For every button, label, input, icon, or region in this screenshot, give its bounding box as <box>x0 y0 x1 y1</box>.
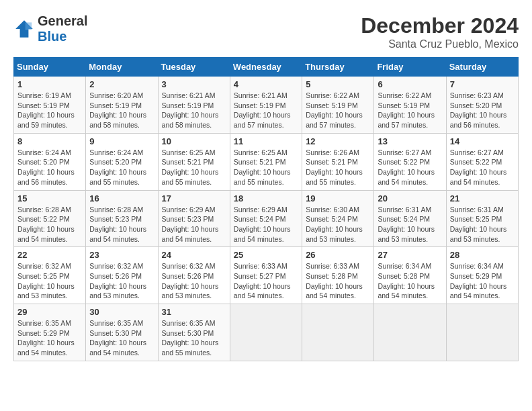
day-cell: 6Sunrise: 6:22 AM Sunset: 5:19 PM Daylig… <box>374 77 446 134</box>
day-number: 27 <box>378 250 442 260</box>
day-number: 9 <box>89 136 154 146</box>
col-header-friday: Friday <box>374 58 446 77</box>
logo: General Blue <box>13 13 87 44</box>
day-info: Sunrise: 6:25 AM Sunset: 5:21 PM Dayligh… <box>162 148 226 187</box>
day-cell: 3Sunrise: 6:21 AM Sunset: 5:19 PM Daylig… <box>158 77 230 134</box>
day-number: 23 <box>89 250 154 260</box>
day-cell: 28Sunrise: 6:34 AM Sunset: 5:29 PM Dayli… <box>446 247 518 304</box>
day-cell: 27Sunrise: 6:34 AM Sunset: 5:28 PM Dayli… <box>374 247 446 304</box>
day-number: 3 <box>162 79 226 89</box>
day-cell: 16Sunrise: 6:28 AM Sunset: 5:23 PM Dayli… <box>86 190 158 247</box>
day-info: Sunrise: 6:27 AM Sunset: 5:22 PM Dayligh… <box>450 148 515 187</box>
day-cell: 2Sunrise: 6:20 AM Sunset: 5:19 PM Daylig… <box>86 77 158 134</box>
month-title: December 2024 <box>361 13 519 38</box>
day-info: Sunrise: 6:27 AM Sunset: 5:22 PM Dayligh… <box>378 148 442 187</box>
day-info: Sunrise: 6:22 AM Sunset: 5:19 PM Dayligh… <box>378 91 442 130</box>
location: Santa Cruz Pueblo, Mexico <box>361 38 519 50</box>
day-number: 21 <box>450 193 515 203</box>
day-info: Sunrise: 6:30 AM Sunset: 5:24 PM Dayligh… <box>306 205 370 244</box>
day-cell: 25Sunrise: 6:33 AM Sunset: 5:27 PM Dayli… <box>230 247 302 304</box>
week-row-2: 8Sunrise: 6:24 AM Sunset: 5:20 PM Daylig… <box>14 133 519 190</box>
day-cell: 8Sunrise: 6:24 AM Sunset: 5:20 PM Daylig… <box>14 133 86 190</box>
day-cell: 26Sunrise: 6:33 AM Sunset: 5:28 PM Dayli… <box>302 247 374 304</box>
day-cell <box>446 304 518 361</box>
day-number: 13 <box>378 136 442 146</box>
day-cell: 4Sunrise: 6:21 AM Sunset: 5:19 PM Daylig… <box>230 77 302 134</box>
day-cell: 14Sunrise: 6:27 AM Sunset: 5:22 PM Dayli… <box>446 133 518 190</box>
day-cell: 13Sunrise: 6:27 AM Sunset: 5:22 PM Dayli… <box>374 133 446 190</box>
day-cell: 18Sunrise: 6:29 AM Sunset: 5:24 PM Dayli… <box>230 190 302 247</box>
col-header-saturday: Saturday <box>446 58 518 77</box>
day-cell: 17Sunrise: 6:29 AM Sunset: 5:23 PM Dayli… <box>158 190 230 247</box>
day-cell: 1Sunrise: 6:19 AM Sunset: 5:19 PM Daylig… <box>14 77 86 134</box>
day-number: 10 <box>162 136 226 146</box>
day-cell <box>230 304 302 361</box>
day-info: Sunrise: 6:25 AM Sunset: 5:21 PM Dayligh… <box>234 148 298 187</box>
day-info: Sunrise: 6:28 AM Sunset: 5:22 PM Dayligh… <box>17 205 82 244</box>
day-number: 11 <box>234 136 298 146</box>
day-info: Sunrise: 6:21 AM Sunset: 5:19 PM Dayligh… <box>162 91 226 130</box>
day-info: Sunrise: 6:20 AM Sunset: 5:19 PM Dayligh… <box>89 91 154 130</box>
title-block: December 2024 Santa Cruz Pueblo, Mexico <box>361 13 519 50</box>
day-info: Sunrise: 6:33 AM Sunset: 5:28 PM Dayligh… <box>306 261 370 301</box>
day-info: Sunrise: 6:35 AM Sunset: 5:30 PM Dayligh… <box>89 318 154 358</box>
day-number: 17 <box>162 193 226 203</box>
day-info: Sunrise: 6:33 AM Sunset: 5:27 PM Dayligh… <box>234 261 298 301</box>
day-number: 22 <box>17 250 82 260</box>
day-info: Sunrise: 6:26 AM Sunset: 5:21 PM Dayligh… <box>306 148 370 187</box>
week-row-5: 29Sunrise: 6:35 AM Sunset: 5:29 PM Dayli… <box>14 304 519 361</box>
logo-icon <box>13 18 35 40</box>
day-number: 1 <box>17 79 82 89</box>
day-info: Sunrise: 6:29 AM Sunset: 5:24 PM Dayligh… <box>234 205 298 244</box>
day-cell: 22Sunrise: 6:32 AM Sunset: 5:25 PM Dayli… <box>14 247 86 304</box>
day-cell: 31Sunrise: 6:35 AM Sunset: 5:30 PM Dayli… <box>158 304 230 361</box>
day-info: Sunrise: 6:35 AM Sunset: 5:30 PM Dayligh… <box>162 318 226 358</box>
day-number: 16 <box>89 193 154 203</box>
header-row: SundayMondayTuesdayWednesdayThursdayFrid… <box>14 58 519 77</box>
col-header-wednesday: Wednesday <box>230 58 302 77</box>
day-number: 15 <box>17 193 82 203</box>
day-number: 4 <box>234 79 298 89</box>
day-info: Sunrise: 6:23 AM Sunset: 5:20 PM Dayligh… <box>450 91 515 130</box>
day-number: 25 <box>234 250 298 260</box>
day-number: 30 <box>89 307 154 317</box>
day-number: 19 <box>306 193 370 203</box>
day-cell: 30Sunrise: 6:35 AM Sunset: 5:30 PM Dayli… <box>86 304 158 361</box>
week-row-1: 1Sunrise: 6:19 AM Sunset: 5:19 PM Daylig… <box>14 77 519 134</box>
day-number: 24 <box>162 250 226 260</box>
day-cell: 15Sunrise: 6:28 AM Sunset: 5:22 PM Dayli… <box>14 190 86 247</box>
day-number: 5 <box>306 79 370 89</box>
day-info: Sunrise: 6:24 AM Sunset: 5:20 PM Dayligh… <box>89 148 154 187</box>
day-cell <box>302 304 374 361</box>
day-number: 14 <box>450 136 515 146</box>
day-cell: 9Sunrise: 6:24 AM Sunset: 5:20 PM Daylig… <box>86 133 158 190</box>
day-info: Sunrise: 6:32 AM Sunset: 5:26 PM Dayligh… <box>89 261 154 301</box>
day-cell: 21Sunrise: 6:31 AM Sunset: 5:25 PM Dayli… <box>446 190 518 247</box>
day-info: Sunrise: 6:31 AM Sunset: 5:25 PM Dayligh… <box>450 205 515 244</box>
day-number: 2 <box>89 79 154 89</box>
day-cell: 19Sunrise: 6:30 AM Sunset: 5:24 PM Dayli… <box>302 190 374 247</box>
day-info: Sunrise: 6:32 AM Sunset: 5:26 PM Dayligh… <box>162 261 226 301</box>
col-header-tuesday: Tuesday <box>158 58 230 77</box>
day-cell: 7Sunrise: 6:23 AM Sunset: 5:20 PM Daylig… <box>446 77 518 134</box>
week-row-3: 15Sunrise: 6:28 AM Sunset: 5:22 PM Dayli… <box>14 190 519 247</box>
day-info: Sunrise: 6:22 AM Sunset: 5:19 PM Dayligh… <box>306 91 370 130</box>
day-cell: 10Sunrise: 6:25 AM Sunset: 5:21 PM Dayli… <box>158 133 230 190</box>
day-info: Sunrise: 6:32 AM Sunset: 5:25 PM Dayligh… <box>17 261 82 301</box>
day-cell: 12Sunrise: 6:26 AM Sunset: 5:21 PM Dayli… <box>302 133 374 190</box>
logo-subtext: Blue <box>38 29 66 44</box>
day-cell: 11Sunrise: 6:25 AM Sunset: 5:21 PM Dayli… <box>230 133 302 190</box>
day-number: 28 <box>450 250 515 260</box>
day-cell: 24Sunrise: 6:32 AM Sunset: 5:26 PM Dayli… <box>158 247 230 304</box>
col-header-thursday: Thursday <box>302 58 374 77</box>
day-info: Sunrise: 6:24 AM Sunset: 5:20 PM Dayligh… <box>17 148 82 187</box>
page-header: General Blue December 2024 Santa Cruz Pu… <box>13 13 519 50</box>
day-info: Sunrise: 6:31 AM Sunset: 5:24 PM Dayligh… <box>378 205 442 244</box>
day-info: Sunrise: 6:29 AM Sunset: 5:23 PM Dayligh… <box>162 205 226 244</box>
col-header-monday: Monday <box>86 58 158 77</box>
day-cell: 20Sunrise: 6:31 AM Sunset: 5:24 PM Dayli… <box>374 190 446 247</box>
day-info: Sunrise: 6:34 AM Sunset: 5:28 PM Dayligh… <box>378 261 442 301</box>
day-cell <box>374 304 446 361</box>
logo-text: General <box>38 13 87 29</box>
week-row-4: 22Sunrise: 6:32 AM Sunset: 5:25 PM Dayli… <box>14 247 519 304</box>
